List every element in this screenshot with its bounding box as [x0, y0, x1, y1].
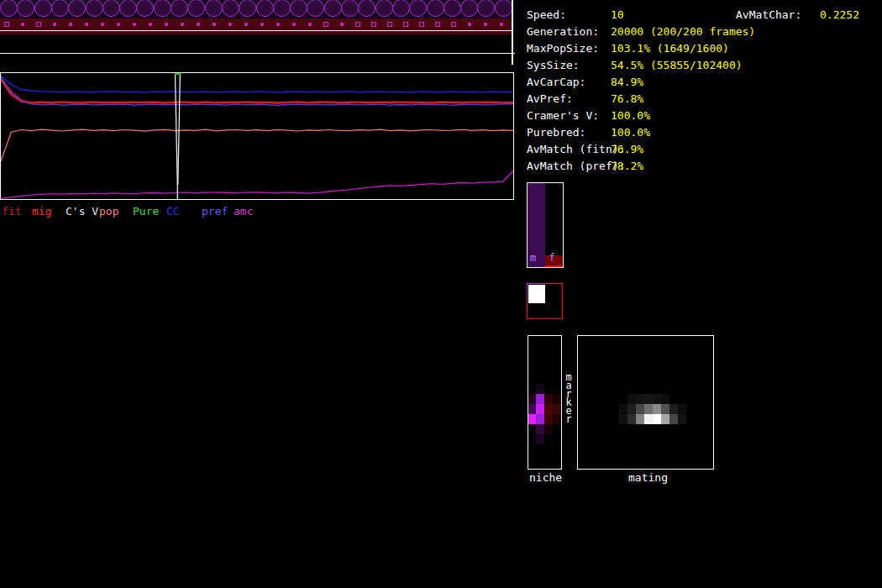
world-circle — [119, 0, 137, 17]
world-circle — [358, 0, 375, 17]
mating-heatmap — [577, 335, 714, 470]
pairing-matrix-inner — [528, 284, 562, 318]
niche-cell — [553, 404, 561, 414]
world-dot — [133, 23, 136, 26]
legend-item-pop: pop — [99, 206, 118, 217]
world-circle — [307, 0, 324, 17]
world-circle — [187, 0, 205, 17]
world-dot — [340, 23, 344, 26]
avmatchar-label: AvMatChar: — [736, 9, 801, 21]
world-dot — [181, 23, 184, 26]
stat-value: 103.1% (1649/1600) — [611, 43, 729, 55]
niche-cell — [544, 404, 553, 414]
timeline-tick[interactable] — [512, 0, 513, 65]
niche-cell — [536, 394, 544, 404]
mating-cell — [636, 414, 644, 424]
niche-cell — [544, 424, 553, 434]
world-circle — [495, 0, 512, 17]
stat-label: SysSize: — [527, 60, 580, 71]
stat-value: 10 — [611, 9, 624, 21]
stat-label: Purebred: — [527, 127, 585, 139]
world-dot — [213, 23, 216, 26]
legend-item-pure: Pure — [133, 206, 159, 217]
mating-label: mating — [628, 471, 668, 484]
frame-cursor[interactable] — [178, 73, 181, 185]
niche-cell — [553, 414, 561, 424]
world-circle — [154, 0, 171, 17]
strip-lower-band — [0, 31, 512, 34]
world-dot — [276, 23, 280, 26]
world-open-square — [403, 22, 408, 27]
stat-value: 100.0% — [611, 110, 650, 122]
world-dot — [53, 23, 56, 26]
world-circle — [290, 0, 307, 17]
world-dot — [260, 23, 264, 26]
series-amc-line — [1, 171, 513, 199]
mating-cell — [636, 394, 644, 404]
world-dot — [292, 23, 296, 26]
mating-cell — [669, 404, 678, 414]
niche-cell — [544, 414, 553, 424]
world-dot — [228, 23, 232, 26]
world-circle — [256, 0, 274, 17]
world-circle — [273, 0, 291, 17]
world-dot — [500, 23, 503, 26]
world-open-square — [371, 22, 376, 27]
world-circle — [392, 0, 410, 17]
stat-label: MaxPopSize: — [527, 43, 599, 55]
world-open-square — [355, 22, 360, 27]
world-circle — [51, 0, 69, 17]
world-circle — [427, 0, 444, 17]
world-circle — [0, 0, 18, 17]
world-open-square — [387, 22, 392, 27]
history-chart — [0, 72, 514, 200]
stat-label: AvPref: — [527, 93, 573, 105]
niche-heatmap — [528, 335, 562, 470]
niche-label: niche — [529, 471, 562, 484]
world-circle — [477, 0, 495, 17]
mating-cell — [661, 404, 669, 414]
niche-cell — [553, 394, 561, 404]
world-open-square — [4, 22, 9, 27]
stat-label: AvCarCap: — [527, 76, 585, 88]
mating-cell — [653, 414, 661, 424]
niche-cell — [536, 404, 544, 414]
world-circle — [205, 0, 223, 17]
stat-label: Generation: — [527, 26, 599, 38]
legend-item-mig: mig — [32, 206, 51, 217]
world-dot — [468, 23, 471, 26]
niche-cell — [536, 414, 544, 424]
mating-cell — [619, 414, 627, 424]
world-circle — [68, 0, 86, 17]
mating-cell — [678, 404, 686, 414]
stat-label: Speed: — [527, 9, 566, 21]
niche-cell — [536, 384, 544, 394]
pairing-matrix-box — [527, 283, 563, 319]
world-open-square — [451, 22, 456, 27]
world-circle — [34, 0, 52, 17]
legend-item-pref: pref — [202, 206, 228, 217]
stat-value: 20000 (200/200 frames) — [611, 26, 755, 38]
world-circle — [102, 0, 120, 17]
legend-item-csv: C's V — [66, 206, 98, 217]
world-open-square — [323, 22, 328, 27]
sex-ratio-box: m f — [527, 182, 564, 268]
world-circle — [409, 0, 427, 17]
world-dot — [244, 23, 248, 26]
female-bar-baseline — [545, 265, 563, 267]
mating-cell — [653, 404, 661, 414]
mating-cell — [644, 404, 653, 414]
mating-cell — [653, 394, 661, 404]
world-dot — [165, 23, 168, 26]
world-circle — [324, 0, 342, 17]
timeline-track[interactable] — [0, 53, 515, 54]
world-dot — [117, 23, 120, 26]
stat-value: 84.9% — [611, 76, 643, 88]
world-dot — [69, 23, 72, 26]
world-circle — [86, 0, 103, 17]
series-pop-line — [1, 129, 513, 161]
world-open-square — [435, 22, 440, 27]
world-dot — [484, 23, 487, 26]
world-dot — [101, 23, 104, 26]
world-circle — [341, 0, 359, 17]
